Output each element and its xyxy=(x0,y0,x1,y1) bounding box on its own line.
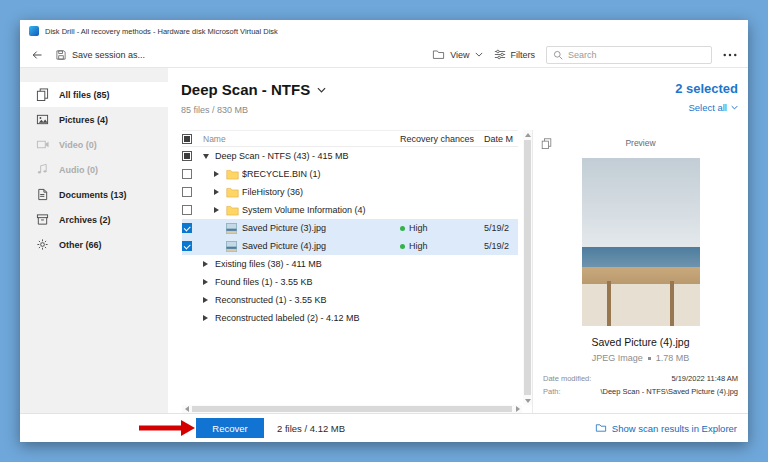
row-checkbox[interactable] xyxy=(182,151,192,161)
recovery-chance-dot xyxy=(400,244,405,249)
table-row[interactable]: Reconstructed (1) - 3.55 KB xyxy=(182,291,518,309)
sidebar-item-documents[interactable]: Documents (13) xyxy=(20,182,168,207)
chevron-down-icon xyxy=(475,52,483,57)
scrollbar-thumb[interactable] xyxy=(524,140,531,395)
row-name: $RECYCLE.BIN (1) xyxy=(242,169,321,179)
select-all-checkbox[interactable] xyxy=(182,134,192,144)
row-name: Saved Picture (4).jpg xyxy=(242,241,326,251)
documents-icon xyxy=(36,188,50,201)
column-header-recovery[interactable]: Recovery chances xyxy=(400,134,484,144)
column-header-name[interactable]: Name xyxy=(203,134,400,144)
table-row[interactable]: Reconstructed labeled (2) - 4.12 MB xyxy=(182,309,518,327)
row-checkbox[interactable] xyxy=(182,187,192,197)
preview-file-meta: JPEG Image 1.78 MB xyxy=(533,353,748,363)
filters-icon xyxy=(494,49,506,60)
row-name: Deep Scan - NTFS (43) - 415 MB xyxy=(215,151,349,161)
expand-icon[interactable] xyxy=(203,315,215,321)
copy-icon xyxy=(541,138,552,149)
sidebar-item-audio[interactable]: Audio (0) xyxy=(20,157,168,182)
sidebar-item-all-files[interactable]: All files (85) xyxy=(20,82,168,107)
sidebar-item-video[interactable]: Video (0) xyxy=(20,132,168,157)
more-options-button[interactable] xyxy=(723,53,737,57)
image-file-icon xyxy=(226,223,242,234)
row-checkbox[interactable] xyxy=(182,241,192,251)
path-value: \Deep Scan - NTFS\Saved Picture (4).jpg xyxy=(600,387,738,396)
filters-label: Filters xyxy=(511,50,536,60)
copy-button[interactable] xyxy=(541,138,552,149)
recover-button[interactable]: Recover xyxy=(196,418,264,438)
row-name: System Volume Information (4) xyxy=(242,205,366,215)
row-checkbox[interactable] xyxy=(182,205,192,215)
recovery-chance-label: High xyxy=(409,241,428,251)
expand-icon[interactable] xyxy=(214,189,226,195)
scroll-right-icon[interactable] xyxy=(513,406,522,412)
sidebar-item-other[interactable]: Other (66) xyxy=(20,232,168,257)
view-button[interactable]: View xyxy=(432,49,482,60)
archives-icon xyxy=(36,213,50,226)
path-label: Path: xyxy=(543,387,561,396)
column-header-date[interactable]: Date M xyxy=(484,134,518,144)
table-row[interactable]: Saved Picture (3).jpg High 5/19/2 xyxy=(182,219,518,237)
sidebar-item-label: Archives (2) xyxy=(59,215,111,225)
table-row[interactable]: Deep Scan - NTFS (43) - 415 MB xyxy=(182,147,518,165)
table-row[interactable]: System Volume Information (4) xyxy=(182,201,518,219)
preview-title: Preview xyxy=(533,138,748,148)
row-name: Found files (1) - 3.55 KB xyxy=(215,277,313,287)
search-box[interactable] xyxy=(546,46,712,64)
select-all-label: Select all xyxy=(688,102,727,113)
preview-filesize: 1.78 MB xyxy=(656,353,690,363)
save-session-label: Save session as... xyxy=(72,50,145,60)
folder-icon xyxy=(226,205,242,216)
scroll-left-icon[interactable] xyxy=(182,406,191,412)
horizontal-scrollbar[interactable] xyxy=(182,405,522,413)
expand-icon[interactable] xyxy=(203,261,215,267)
folder-outline-icon xyxy=(432,49,445,60)
back-button[interactable] xyxy=(31,49,43,61)
date-modified-label: Date modified: xyxy=(543,374,591,383)
select-all-dropdown[interactable]: Select all xyxy=(675,102,738,113)
table-row[interactable]: Existing files (38) - 411 MB xyxy=(182,255,518,273)
expand-icon[interactable] xyxy=(214,171,226,177)
expand-icon[interactable] xyxy=(214,207,226,213)
preview-filetype: JPEG Image xyxy=(592,353,643,363)
meta-separator-icon xyxy=(648,357,651,360)
table-row[interactable]: Saved Picture (4).jpg High 5/19/2 xyxy=(182,237,518,255)
explorer-icon xyxy=(595,423,607,433)
sidebar-item-label: Video (0) xyxy=(59,140,97,150)
scroll-down-icon[interactable] xyxy=(525,396,531,405)
search-input[interactable] xyxy=(568,50,705,60)
row-checkbox[interactable] xyxy=(182,169,192,179)
recovery-chance-label: High xyxy=(409,223,428,233)
sidebar-item-label: Pictures (4) xyxy=(59,115,108,125)
sidebar-item-label: Audio (0) xyxy=(59,165,98,175)
window-title: Disk Drill - All recovery methods - Hard… xyxy=(45,27,278,36)
row-name: Existing files (38) - 411 MB xyxy=(215,259,322,269)
expand-icon[interactable] xyxy=(203,297,215,303)
scan-title-dropdown[interactable]: Deep Scan - NTFS xyxy=(181,81,326,98)
scrollbar-thumb[interactable] xyxy=(192,406,512,412)
table-row[interactable]: FileHistory (36) xyxy=(182,183,518,201)
expand-icon[interactable] xyxy=(203,279,215,285)
table-row[interactable]: Found files (1) - 3.55 KB xyxy=(182,273,518,291)
image-file-icon xyxy=(226,241,242,252)
show-in-explorer-label: Show scan results in Explorer xyxy=(612,423,737,434)
scroll-up-icon[interactable] xyxy=(525,130,531,139)
row-checkbox[interactable] xyxy=(182,223,192,233)
scan-subtitle: 85 files / 830 MB xyxy=(181,105,326,115)
row-name: FileHistory (36) xyxy=(242,187,303,197)
table-row[interactable]: $RECYCLE.BIN (1) xyxy=(182,165,518,183)
vertical-scrollbar[interactable] xyxy=(523,130,532,405)
selection-summary: 2 files / 4.12 MB xyxy=(277,423,345,434)
search-icon xyxy=(553,50,563,60)
sidebar-item-pictures[interactable]: Pictures (4) xyxy=(20,107,168,132)
show-in-explorer-link[interactable]: Show scan results in Explorer xyxy=(595,423,737,434)
recovery-chance-dot xyxy=(400,226,405,231)
scan-header: Deep Scan - NTFS 85 files / 830 MB 2 sel… xyxy=(168,68,748,130)
collapse-icon[interactable] xyxy=(203,154,215,159)
filters-button[interactable]: Filters xyxy=(494,49,536,60)
save-session-button[interactable]: Save session as... xyxy=(55,49,145,61)
sidebar-item-archives[interactable]: Archives (2) xyxy=(20,207,168,232)
date-modified-value: 5/19/2022 11:48 AM xyxy=(671,374,738,383)
titlebar[interactable]: Disk Drill - All recovery methods - Hard… xyxy=(20,20,748,42)
pictures-icon xyxy=(36,113,50,126)
